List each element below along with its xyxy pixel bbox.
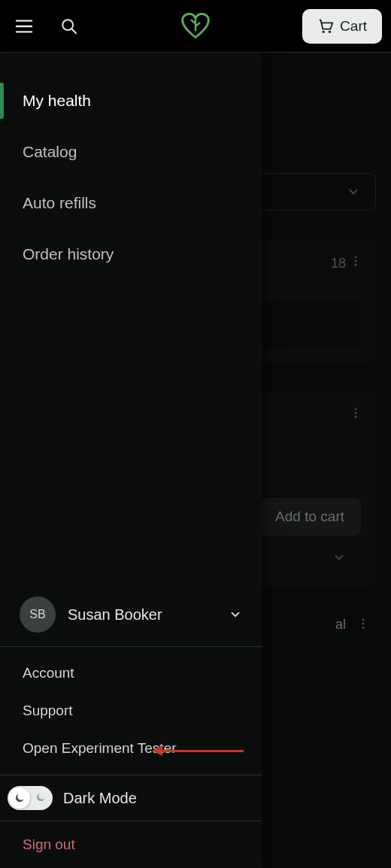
moon-icon [35,791,47,806]
arrow-head-icon [152,745,162,756]
annotation-arrow [152,745,244,756]
cart-label: Cart [340,18,367,35]
hamburger-icon [16,20,32,33]
dark-mode-toggle[interactable] [8,786,53,810]
arrow-line [162,750,244,752]
menu-button[interactable] [9,11,39,41]
svg-point-1 [323,30,325,32]
primary-nav: My health Catalog Auto refills Order his… [0,53,262,280]
svg-point-2 [329,30,331,32]
avatar: SB [20,596,56,633]
app-header: Cart [0,0,391,53]
cart-button[interactable]: Cart [302,9,382,44]
nav-item-catalog[interactable]: Catalog [0,126,262,178]
heart-leaf-icon [180,12,211,41]
search-button[interactable] [54,11,84,41]
search-icon [61,18,77,35]
nav-item-my-health[interactable]: My health [0,75,262,126]
moon-icon [14,792,26,804]
sign-out-button[interactable]: Sign out [0,821,262,868]
cart-icon [317,18,334,35]
nav-item-account[interactable]: Account [0,654,262,692]
user-name: Susan Booker [68,606,217,624]
dark-mode-label: Dark Mode [63,790,137,807]
brand-logo[interactable] [180,12,211,41]
nav-item-order-history[interactable]: Order history [0,229,262,280]
nav-item-support[interactable]: Support [0,692,262,730]
chevron-down-icon [229,608,242,621]
toggle-knob [9,788,30,809]
user-switcher[interactable]: SB Susan Booker [0,583,262,647]
nav-item-auto-refills[interactable]: Auto refills [0,178,262,229]
secondary-nav: Account Support Open Experiment Tester [0,647,262,775]
dark-mode-row: Dark Mode [0,775,262,821]
